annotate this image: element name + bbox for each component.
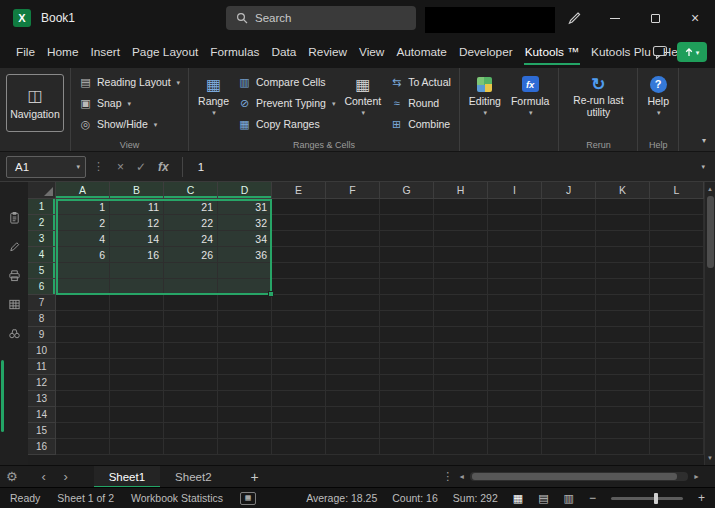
zoom-slider-thumb[interactable] — [654, 493, 658, 504]
cell-D8[interactable] — [218, 311, 272, 327]
cell-K11[interactable] — [596, 359, 650, 375]
cell-L13[interactable] — [650, 391, 704, 407]
formula-input[interactable]: 1 — [190, 161, 691, 173]
row-header-1[interactable]: 1 — [28, 199, 56, 215]
combine-button[interactable]: ⊞ Combine — [386, 114, 455, 134]
cell-F10[interactable] — [326, 343, 380, 359]
cell-H14[interactable] — [434, 407, 488, 423]
cell-E15[interactable] — [272, 423, 326, 439]
cell-L2[interactable] — [650, 215, 704, 231]
cell-I13[interactable] — [488, 391, 542, 407]
cell-H1[interactable] — [434, 199, 488, 215]
cell-F13[interactable] — [326, 391, 380, 407]
cell-F3[interactable] — [326, 231, 380, 247]
comments-icon[interactable] — [652, 45, 668, 60]
cell-K9[interactable] — [596, 327, 650, 343]
cell-A12[interactable] — [56, 375, 110, 391]
cell-F9[interactable] — [326, 327, 380, 343]
cell-I16[interactable] — [488, 439, 542, 455]
cell-J1[interactable] — [542, 199, 596, 215]
row-header-6[interactable]: 6 — [28, 279, 56, 295]
cell-B7[interactable] — [110, 295, 164, 311]
binoculars-icon[interactable] — [8, 326, 21, 340]
cell-H16[interactable] — [434, 439, 488, 455]
cell-K13[interactable] — [596, 391, 650, 407]
clipboard-icon[interactable] — [8, 210, 21, 224]
cell-A11[interactable] — [56, 359, 110, 375]
cell-D1[interactable]: 31 — [218, 199, 272, 215]
menu-item-file[interactable]: File — [10, 36, 41, 68]
copy-ranges-button[interactable]: ▦ Copy Ranges — [234, 114, 339, 134]
cell-L7[interactable] — [650, 295, 704, 311]
row-header-13[interactable]: 13 — [28, 391, 56, 407]
column-header-D[interactable]: D — [218, 182, 272, 199]
round-button[interactable]: ≈ Round — [386, 93, 455, 113]
cell-E11[interactable] — [272, 359, 326, 375]
scroll-down-icon[interactable]: ▼ — [707, 451, 713, 465]
cell-G12[interactable] — [380, 375, 434, 391]
share-button[interactable]: ▾ — [677, 42, 707, 62]
cell-H5[interactable] — [434, 263, 488, 279]
cell-A8[interactable] — [56, 311, 110, 327]
cell-H15[interactable] — [434, 423, 488, 439]
enter-icon[interactable]: ✓ — [136, 160, 146, 174]
cell-H8[interactable] — [434, 311, 488, 327]
zoom-in-button[interactable]: + — [698, 491, 705, 505]
cell-D5[interactable] — [218, 263, 272, 279]
status-indicator-icon[interactable]: ▦ — [240, 492, 256, 505]
close-button[interactable]: × — [675, 0, 715, 36]
cell-K4[interactable] — [596, 247, 650, 263]
menu-item-automate[interactable]: Automate — [390, 36, 453, 68]
cell-H13[interactable] — [434, 391, 488, 407]
cell-A3[interactable]: 4 — [56, 231, 110, 247]
row-header-15[interactable]: 15 — [28, 423, 56, 439]
cancel-icon[interactable]: × — [117, 160, 124, 174]
row-header-3[interactable]: 3 — [28, 231, 56, 247]
cell-J6[interactable] — [542, 279, 596, 295]
column-header-K[interactable]: K — [596, 182, 650, 199]
cell-F6[interactable] — [326, 279, 380, 295]
compare-cells-button[interactable]: ▥ Compare Cells — [234, 72, 339, 92]
cell-E16[interactable] — [272, 439, 326, 455]
cell-G5[interactable] — [380, 263, 434, 279]
cell-G16[interactable] — [380, 439, 434, 455]
cell-L11[interactable] — [650, 359, 704, 375]
cell-G2[interactable] — [380, 215, 434, 231]
cell-A16[interactable] — [56, 439, 110, 455]
select-all-corner[interactable] — [28, 182, 56, 199]
cell-A2[interactable]: 2 — [56, 215, 110, 231]
column-header-A[interactable]: A — [56, 182, 110, 199]
cell-H9[interactable] — [434, 327, 488, 343]
scroll-left-icon[interactable]: ◄ — [458, 473, 465, 480]
cell-E13[interactable] — [272, 391, 326, 407]
cell-H4[interactable] — [434, 247, 488, 263]
cell-B6[interactable] — [110, 279, 164, 295]
cell-J5[interactable] — [542, 263, 596, 279]
help-button[interactable]: ? Help ▾ — [642, 72, 674, 116]
cell-L16[interactable] — [650, 439, 704, 455]
row-header-7[interactable]: 7 — [28, 295, 56, 311]
cell-D2[interactable]: 32 — [218, 215, 272, 231]
cell-E3[interactable] — [272, 231, 326, 247]
cell-B1[interactable]: 11 — [110, 199, 164, 215]
cell-B16[interactable] — [110, 439, 164, 455]
cell-K14[interactable] — [596, 407, 650, 423]
cell-L15[interactable] — [650, 423, 704, 439]
workbook-statistics-button[interactable]: Workbook Statistics — [131, 492, 223, 504]
cell-A15[interactable] — [56, 423, 110, 439]
cell-C7[interactable] — [164, 295, 218, 311]
cell-F15[interactable] — [326, 423, 380, 439]
cell-K5[interactable] — [596, 263, 650, 279]
menu-item-formulas[interactable]: Formulas — [204, 36, 265, 68]
navigation-button[interactable]: ◫ Navigation — [6, 74, 64, 132]
page-layout-view-icon[interactable]: ▤ — [538, 492, 548, 505]
cell-D6[interactable] — [218, 279, 272, 295]
cell-K1[interactable] — [596, 199, 650, 215]
cell-I4[interactable] — [488, 247, 542, 263]
cell-G10[interactable] — [380, 343, 434, 359]
cell-E12[interactable] — [272, 375, 326, 391]
cell-G3[interactable] — [380, 231, 434, 247]
cell-I8[interactable] — [488, 311, 542, 327]
cell-E4[interactable] — [272, 247, 326, 263]
cell-B2[interactable]: 12 — [110, 215, 164, 231]
